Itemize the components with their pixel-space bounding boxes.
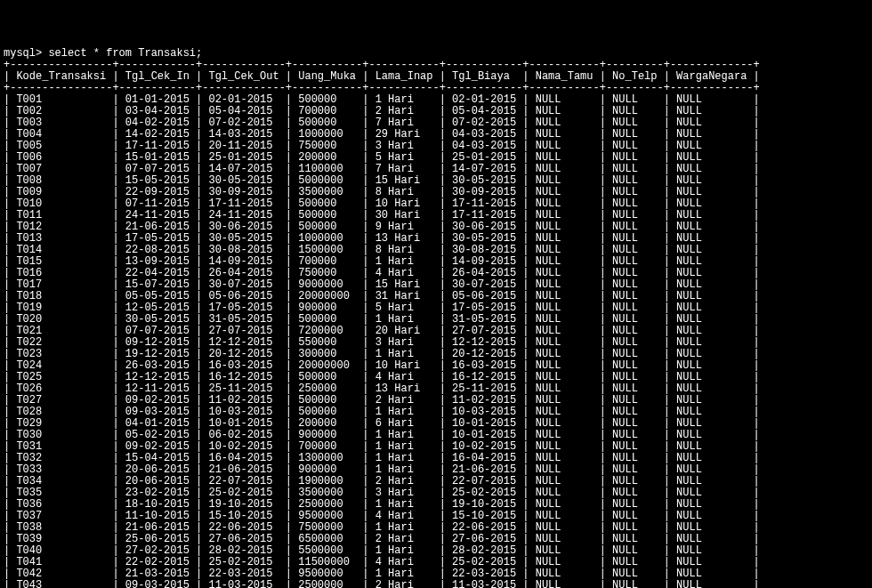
table-row: | T043 | 09-03-2015 | 11-03-2015 | 25000… (4, 580, 868, 588)
terminal-output: mysql> select * from Transaksi;+--------… (4, 48, 868, 588)
